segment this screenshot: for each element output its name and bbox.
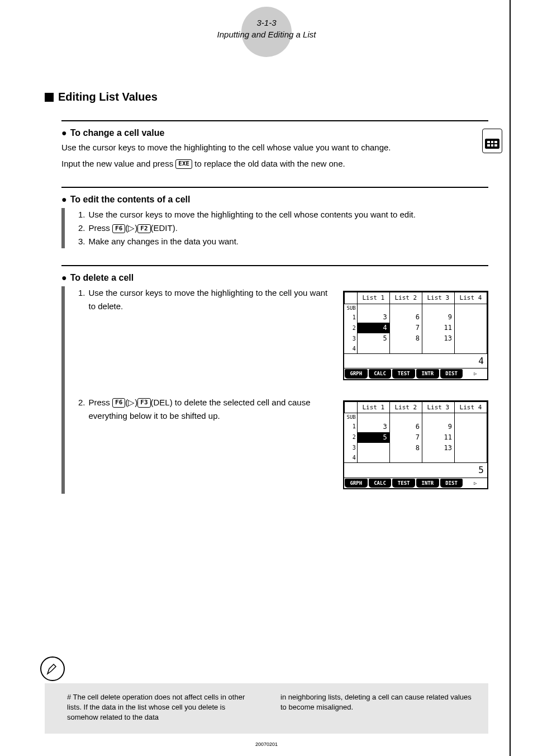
sub3-step1: Use the cursor keys to move the highligh… xyxy=(89,286,331,313)
f3-key: F3 xyxy=(137,398,150,407)
sub3-title-text: To delete a cell xyxy=(70,273,134,283)
f6-key-2: F6 xyxy=(112,398,125,407)
sub1-body1: Use the cursor keys to move the highligh… xyxy=(61,141,488,154)
main-heading-text: Editing List Values xyxy=(58,91,158,103)
page-code: 20070201 xyxy=(0,741,533,747)
sub1-title: ● To change a cell value xyxy=(61,128,488,138)
section-number: 3-1-3 xyxy=(0,17,533,29)
sub2-step1: Use the cursor keys to move the highligh… xyxy=(89,208,416,221)
sub2-title: ● To edit the contents of a cell xyxy=(61,195,488,205)
sub3-step2: Press F6(▷)F3(DEL) to delete the selecte… xyxy=(89,396,331,423)
sub2-title-text: To edit the contents of a cell xyxy=(70,195,191,205)
section-title: Inputting and Editing a List xyxy=(0,29,533,40)
calc-screenshot-1: List 1List 2List 3List 4SUB1369247113581… xyxy=(342,291,488,380)
calc-screenshot-2: List 1List 2List 3List 4SUB1369257113813… xyxy=(342,400,488,490)
f2-key: F2 xyxy=(137,224,150,233)
sub3-title: ● To delete a cell xyxy=(61,273,488,283)
sub2-step2: Press F6(▷)F2(EDIT). xyxy=(89,221,178,235)
sub2-step3: Make any changes in the data you want. xyxy=(89,235,239,248)
square-icon xyxy=(45,93,54,102)
note-col1: # The cell delete operation does not aff… xyxy=(67,692,258,728)
sub1-title-text: To change a cell value xyxy=(70,128,165,138)
mode-icon xyxy=(482,129,502,153)
sub1-body2-post: to replace the old data with the new one… xyxy=(192,159,345,168)
main-heading: Editing List Values xyxy=(45,91,488,103)
note-col2: in neighboring lists, deleting a cell ca… xyxy=(280,692,472,728)
sub1-body2-pre: Input the new value and press xyxy=(61,159,175,168)
pencil-icon xyxy=(40,656,65,681)
exe-key: EXE xyxy=(175,159,192,168)
sub1-body2: Input the new value and press EXE to rep… xyxy=(61,158,488,171)
page-header: 3-1-3 Inputting and Editing a List xyxy=(0,0,533,40)
footnote-section: # The cell delete operation does not aff… xyxy=(45,683,488,734)
f6-key: F6 xyxy=(112,224,125,233)
